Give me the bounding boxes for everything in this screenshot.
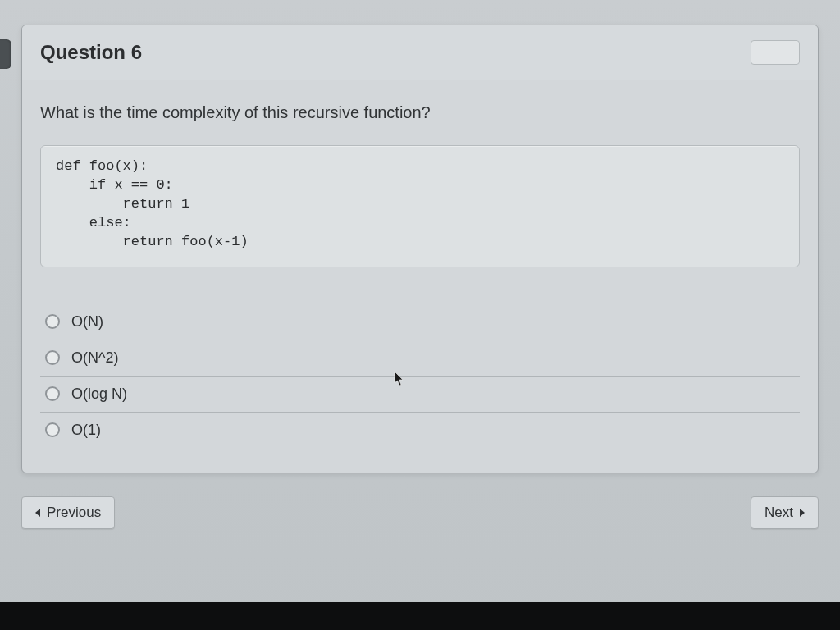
answer-label: O(N)	[71, 313, 103, 331]
question-prompt: What is the time complexity of this recu…	[40, 103, 800, 122]
answer-label: O(1)	[71, 422, 101, 439]
side-tab-marker	[0, 39, 11, 69]
next-label: Next	[765, 504, 793, 521]
radio-icon	[45, 422, 60, 437]
card-body: What is the time complexity of this recu…	[22, 80, 818, 472]
radio-icon	[45, 350, 60, 365]
answer-option[interactable]: O(1)	[40, 413, 800, 448]
points-box	[751, 40, 800, 65]
card-header: Question 6	[22, 25, 818, 80]
question-card: Question 6 What is the time complexity o…	[21, 25, 819, 473]
code-block: def foo(x): if x == 0: return 1 else: re…	[40, 145, 800, 267]
next-button[interactable]: Next	[751, 496, 819, 529]
radio-icon	[45, 314, 60, 329]
question-title: Question 6	[40, 41, 142, 64]
bottom-bar	[0, 602, 840, 630]
radio-icon	[45, 386, 60, 401]
answer-option[interactable]: O(log N)	[40, 377, 800, 413]
chevron-right-icon	[800, 509, 805, 517]
answer-label: O(N^2)	[71, 349, 118, 367]
previous-button[interactable]: Previous	[21, 496, 115, 529]
chevron-left-icon	[35, 509, 40, 517]
nav-row: Previous Next	[21, 496, 819, 529]
answer-list: O(N) O(N^2) O(log N) O(1)	[40, 304, 800, 448]
answer-label: O(log N)	[71, 386, 127, 403]
answer-option[interactable]: O(N^2)	[40, 340, 800, 377]
answer-option[interactable]: O(N)	[40, 304, 800, 340]
previous-label: Previous	[47, 504, 101, 521]
